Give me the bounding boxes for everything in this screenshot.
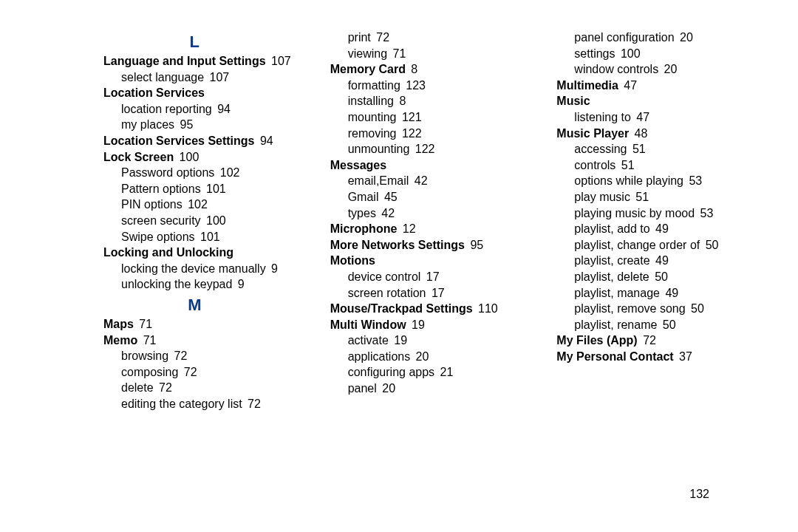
index-entry: controls 51 xyxy=(574,157,739,174)
index-entry-label: composing xyxy=(121,366,178,378)
index-entry-page: 8 xyxy=(408,63,417,75)
index-entry: Messages xyxy=(330,157,513,174)
index-entry: Language and Input Settings 107 xyxy=(103,53,286,69)
index-entry-page: 101 xyxy=(203,183,226,195)
index-entry-label: Locking and Unlocking xyxy=(103,246,233,259)
index-entry-page: 72 xyxy=(180,366,197,378)
index-entry-label: viewing xyxy=(348,47,387,60)
index-entry: Mouse/Trackpad Settings 110 xyxy=(330,301,513,317)
index-entry-label: play music xyxy=(574,191,630,203)
index-entry-label: accessing xyxy=(574,143,627,155)
index-entry: playlist, manage 49 xyxy=(574,285,739,301)
index-entry-label: panel configuration xyxy=(574,31,674,44)
index-entry-label: window controls xyxy=(574,63,658,75)
index-entry-page: 95 xyxy=(467,239,483,251)
index-entry: Password options 102 xyxy=(121,165,286,181)
index-entry-page: 107 xyxy=(206,71,229,83)
index-page: LLanguage and Input Settings 107select l… xyxy=(0,0,798,532)
index-entry: email,Email 42 xyxy=(348,173,513,189)
index-entry: browsing 72 xyxy=(121,348,286,364)
index-entry-label: Mouse/Trackpad Settings xyxy=(330,302,473,315)
index-entry: removing 122 xyxy=(348,126,513,142)
index-entry-label: panel xyxy=(348,382,377,395)
index-entry-label: Location Services Settings xyxy=(103,134,255,147)
index-entry-page: 19 xyxy=(391,334,407,347)
index-entry-label: formatting xyxy=(348,79,400,92)
index-entry: mounting 121 xyxy=(348,109,513,126)
index-entry-page: 49 xyxy=(652,254,669,267)
index-entry: window controls 20 xyxy=(574,61,739,78)
index-entry-page: 48 xyxy=(631,127,647,140)
index-entry: Music Player 48 xyxy=(556,126,739,142)
index-entry-label: my places xyxy=(121,118,174,131)
index-entry: Music xyxy=(556,93,739,109)
index-entry: Multi Window 19 xyxy=(330,317,513,333)
index-entry-page: 94 xyxy=(257,134,273,147)
index-entry: delete 72 xyxy=(121,380,286,396)
index-entry-label: playlist, create xyxy=(574,254,649,267)
index-entry-label: Memo xyxy=(103,334,137,347)
index-entry-label: controls xyxy=(574,159,615,171)
index-entry-page: 71 xyxy=(140,334,156,347)
index-entry-page: 20 xyxy=(677,31,693,44)
index-entry-page: 72 xyxy=(640,334,656,347)
index-entry: Lock Screen 100 xyxy=(103,149,286,166)
index-entry-label: mounting xyxy=(348,111,397,123)
index-entry-page: 45 xyxy=(381,191,397,203)
index-entry-page: 71 xyxy=(389,47,406,60)
index-entry-label: Multi Window xyxy=(330,318,406,331)
index-entry-label: PIN options xyxy=(121,198,183,211)
index-entry: accessing 51 xyxy=(574,141,739,157)
index-entry-page: 8 xyxy=(396,95,406,107)
index-entry-label: applications xyxy=(348,350,411,363)
index-entry-label: Messages xyxy=(330,159,387,171)
index-entry-label: email,Email xyxy=(348,174,409,187)
index-entry-label: configuring apps xyxy=(348,366,434,378)
index-entry-label: Location Services xyxy=(103,86,205,99)
index-entry-label: Lock Screen xyxy=(103,151,174,163)
index-entry-label: My Files (App) xyxy=(556,334,637,347)
index-entry-label: location reporting xyxy=(121,103,212,115)
index-entry: My Personal Contact 37 xyxy=(556,349,739,365)
index-entry-label: playlist, manage xyxy=(574,287,660,299)
index-entry: listening to 47 xyxy=(574,109,739,126)
index-entry: Location Services Settings 94 xyxy=(103,133,286,149)
index-entry-label: Music xyxy=(556,95,590,107)
index-entry-page: 107 xyxy=(268,55,291,67)
index-entry: Gmail 45 xyxy=(348,189,513,205)
index-entry-label: playlist, rename xyxy=(574,318,657,331)
index-entry-label: Pattern options xyxy=(121,183,201,195)
index-entry-label: device control xyxy=(348,270,421,283)
index-entry: configuring apps 21 xyxy=(348,364,513,381)
index-entry-page: 53 xyxy=(686,174,702,187)
index-entry-label: print xyxy=(348,31,371,44)
index-entry: PIN options 102 xyxy=(121,197,286,213)
index-entry: location reporting 94 xyxy=(121,101,286,117)
index-entry: playlist, create 49 xyxy=(574,253,739,269)
index-entry-label: Maps xyxy=(103,318,134,330)
index-entry: locking the device manually 9 xyxy=(121,261,286,277)
index-column-3: panel configuration 20settings 100window… xyxy=(556,30,739,412)
index-entry-label: playlist, delete xyxy=(574,270,649,283)
index-entry-page: 37 xyxy=(676,350,692,363)
index-entry-page: 9 xyxy=(234,278,244,290)
index-entry: types 42 xyxy=(348,205,513,222)
index-entry-page: 17 xyxy=(423,270,439,283)
index-entry-label: Language and Input Settings xyxy=(103,55,266,67)
index-entry-page: 50 xyxy=(688,302,704,315)
index-entry-label: Gmail xyxy=(348,191,379,203)
index-entry-page: 50 xyxy=(659,318,675,331)
index-entry-label: screen security xyxy=(121,214,201,227)
index-entry: My Files (App) 72 xyxy=(556,332,739,349)
index-entry-label: settings xyxy=(574,47,615,60)
index-entry-page: 95 xyxy=(177,118,193,131)
index-column-2: print 72viewing 71Memory Card 8formattin… xyxy=(330,30,513,412)
index-entry-page: 100 xyxy=(203,214,226,227)
index-entry-label: Music Player xyxy=(556,127,629,140)
page-number: 132 xyxy=(689,488,709,501)
index-entry-page: 51 xyxy=(632,191,649,203)
index-entry: playlist, change order of 50 xyxy=(574,237,739,253)
index-entry-label: Microphone xyxy=(330,222,398,235)
index-entry-label: removing xyxy=(348,127,397,140)
index-entry-page: 101 xyxy=(197,231,220,243)
